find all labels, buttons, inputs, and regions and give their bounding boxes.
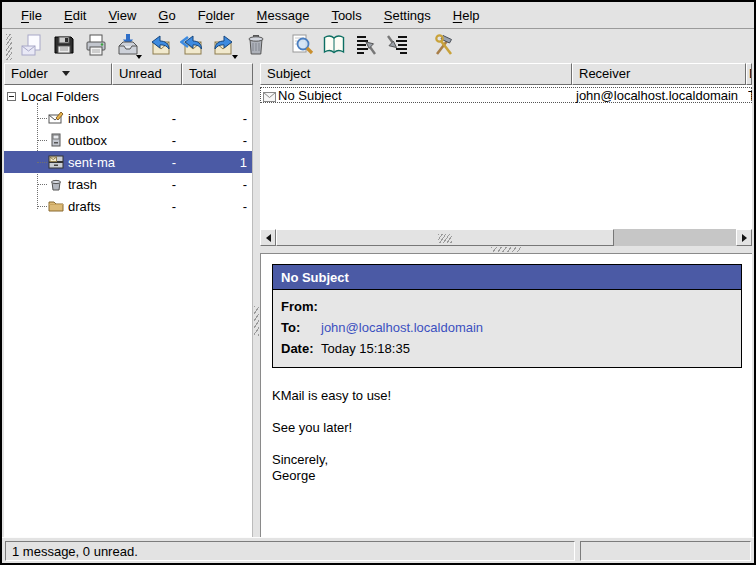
total-count: - xyxy=(243,111,247,126)
menu-folder[interactable]: Folder xyxy=(187,5,246,26)
message-header-box: No Subject From:To:john@localhost.locald… xyxy=(272,264,742,368)
column-header-total[interactable]: Total xyxy=(182,63,253,85)
folder-pane: Folder Unread Total Local Foldersinbox--… xyxy=(4,63,253,537)
column-header-subject[interactable]: Subject xyxy=(260,63,572,85)
main-area: Folder Unread Total Local Foldersinbox--… xyxy=(2,63,754,537)
horizontal-splitter[interactable] xyxy=(260,246,752,253)
forward-button[interactable] xyxy=(209,32,238,61)
tools-icon xyxy=(432,33,456,60)
delete-button[interactable] xyxy=(241,32,270,61)
trash-folder-icon xyxy=(48,176,64,192)
arrow-right-icon xyxy=(742,234,747,242)
envelope-icon xyxy=(263,90,276,105)
folder-row-drafts[interactable]: drafts-- xyxy=(4,195,252,217)
find-icon xyxy=(290,33,314,60)
header-field-row: From: xyxy=(281,296,741,317)
body-line: KMail is easy to use! xyxy=(272,388,741,404)
folder-name: trash xyxy=(68,177,97,192)
menubar: FileEditViewGoFolderMessageToolsSettings… xyxy=(2,2,754,29)
scrollbar-track[interactable] xyxy=(614,229,736,246)
body-line xyxy=(272,436,741,452)
message-subject-title: No Subject xyxy=(273,265,741,290)
reply-all-icon xyxy=(180,33,204,60)
message-body: KMail is easy to use! See you later! Sin… xyxy=(272,388,741,484)
previous-message-button[interactable] xyxy=(351,32,380,61)
address-book-button[interactable] xyxy=(319,32,348,61)
total-count: 1 xyxy=(240,155,247,170)
column-header-unread[interactable]: Unread xyxy=(112,63,182,85)
menu-settings[interactable]: Settings xyxy=(373,5,442,26)
new-message-button[interactable] xyxy=(17,32,46,61)
unread-count: - xyxy=(172,155,176,170)
menu-file[interactable]: File xyxy=(10,5,53,26)
header-field-row: To:john@localhost.localdomain xyxy=(281,317,741,338)
scrollbar-thumb[interactable] xyxy=(276,229,614,246)
sent-folder-icon xyxy=(48,154,64,170)
print-button[interactable] xyxy=(81,32,110,61)
folder-row-sent-ma[interactable]: sent-ma-1 xyxy=(4,151,252,173)
body-line xyxy=(272,404,741,420)
message-preview-pane: No Subject From:To:john@localhost.locald… xyxy=(260,253,752,537)
reply-icon xyxy=(148,33,172,60)
horizontal-scrollbar xyxy=(260,229,752,246)
unread-count: - xyxy=(172,177,176,192)
scroll-right-button[interactable] xyxy=(736,229,752,246)
total-count: - xyxy=(243,177,247,192)
next-message-icon xyxy=(386,33,410,60)
message-list: No Subjectjohn@localhost.localdomainToda… xyxy=(260,85,752,229)
header-field-label: From: xyxy=(281,299,321,314)
save-button[interactable] xyxy=(49,32,78,61)
column-header-folder[interactable]: Folder xyxy=(4,63,112,85)
folder-row-inbox[interactable]: inbox-- xyxy=(4,107,252,129)
right-panes: Subject Receiver Date No Subjectjohn@loc… xyxy=(260,63,752,537)
menu-view[interactable]: View xyxy=(97,5,147,26)
folder-row-trash[interactable]: trash-- xyxy=(4,173,252,195)
unread-count: - xyxy=(172,133,176,148)
next-message-button[interactable] xyxy=(383,32,412,61)
folder-name: inbox xyxy=(68,111,99,126)
check-mail-button[interactable] xyxy=(113,32,142,61)
message-header-fields: From:To:john@localhost.localdomainDate:T… xyxy=(273,290,741,367)
outbox-folder-icon xyxy=(48,132,64,148)
reply-button[interactable] xyxy=(145,32,174,61)
find-button[interactable] xyxy=(287,32,316,61)
column-header-date[interactable]: Date xyxy=(746,63,752,85)
folder-name: outbox xyxy=(68,133,107,148)
status-text: 1 message, 0 unread. xyxy=(12,544,138,559)
tools-button[interactable] xyxy=(429,32,458,61)
collapse-expander-icon[interactable] xyxy=(7,92,16,101)
folder-root-label: Local Folders xyxy=(21,89,99,104)
menu-help[interactable]: Help xyxy=(442,5,491,26)
arrow-left-icon xyxy=(266,234,271,242)
folder-row-outbox[interactable]: outbox-- xyxy=(4,129,252,151)
address-book-icon xyxy=(322,33,346,60)
toolbar-grip-handle[interactable] xyxy=(6,34,12,60)
trash-icon xyxy=(244,33,268,60)
menu-edit[interactable]: Edit xyxy=(53,5,97,26)
reply-all-button[interactable] xyxy=(177,32,206,61)
previous-message-icon xyxy=(354,33,378,60)
body-line: Sincerely, xyxy=(272,452,741,468)
unread-count: - xyxy=(172,199,176,214)
vertical-splitter[interactable] xyxy=(253,63,260,537)
scroll-left-button[interactable] xyxy=(260,229,276,246)
total-count: - xyxy=(243,133,247,148)
folder-row-local-folders[interactable]: Local Folders xyxy=(4,85,252,107)
header-field-value: Today 15:18:35 xyxy=(321,341,410,356)
header-field-label: Date: xyxy=(281,341,321,356)
message-subject-cell: No Subject xyxy=(278,88,342,103)
kmail-window: FileEditViewGoFolderMessageToolsSettings… xyxy=(0,0,756,565)
folder-name: drafts xyxy=(68,199,101,214)
dropdown-arrow-icon xyxy=(136,55,142,59)
menu-tools[interactable]: Tools xyxy=(320,5,372,26)
drafts-folder-icon xyxy=(48,198,64,214)
menu-go[interactable]: Go xyxy=(147,5,186,26)
email-address-link[interactable]: john@localhost.localdomain xyxy=(321,320,483,335)
message-row[interactable]: No Subjectjohn@localhost.localdomainToda… xyxy=(260,87,752,103)
print-icon xyxy=(84,33,108,60)
unread-count: - xyxy=(172,111,176,126)
menu-message[interactable]: Message xyxy=(246,5,321,26)
statusbar: 1 message, 0 unread. xyxy=(2,537,754,563)
column-header-receiver[interactable]: Receiver xyxy=(572,63,746,85)
folder-pane-headers: Folder Unread Total xyxy=(4,63,253,85)
